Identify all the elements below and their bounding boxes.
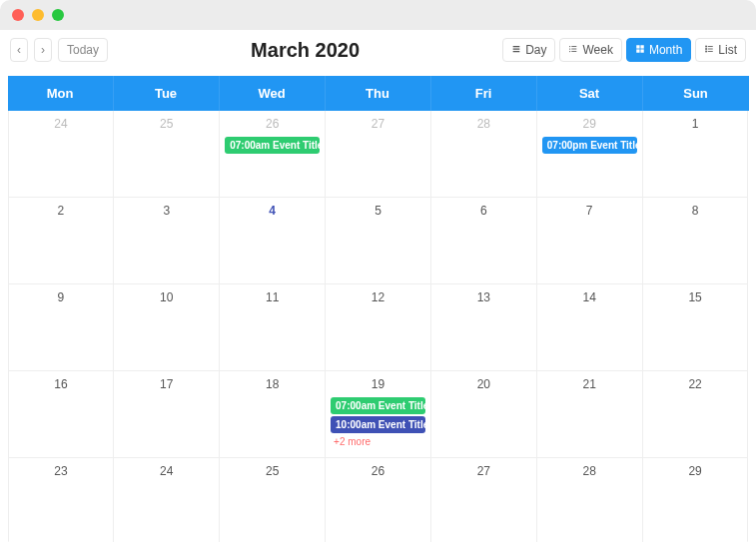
view-day-button[interactable]: Day <box>502 38 555 62</box>
grid-icon <box>635 44 645 56</box>
day-cell[interactable]: 28 <box>537 458 643 542</box>
day-cell[interactable]: 25 <box>220 458 326 542</box>
svg-point-5 <box>570 48 571 49</box>
day-cell[interactable]: 22 <box>643 371 749 458</box>
day-number: 24 <box>118 462 215 482</box>
today-button[interactable]: Today <box>58 38 108 62</box>
view-switcher: Day Week Month List <box>502 38 746 62</box>
day-cell[interactable]: 5 <box>326 198 431 284</box>
dayname-wed: Wed <box>220 76 326 111</box>
svg-rect-11 <box>636 49 639 52</box>
svg-rect-18 <box>708 51 713 52</box>
day-number: 13 <box>435 288 532 308</box>
day-cell[interactable]: 20 <box>431 371 537 458</box>
calendar-grid: Mon Tue Wed Thu Fri Sat Sun 24252607:00a… <box>8 76 749 542</box>
svg-rect-10 <box>640 45 643 48</box>
day-number: 1 <box>647 115 744 135</box>
app-window: ‹ › Today March 2020 Day Week Month <box>0 0 756 542</box>
view-list-button[interactable]: List <box>695 38 746 62</box>
calendar-event[interactable]: 10:00am Event Title M <box>331 416 425 433</box>
day-cell[interactable]: 4 <box>220 198 326 284</box>
list-bullets-icon <box>568 44 578 56</box>
prev-button[interactable]: ‹ <box>10 38 28 62</box>
day-number: 12 <box>330 288 426 308</box>
day-cell[interactable]: 27 <box>431 458 537 542</box>
day-number: 24 <box>13 115 110 135</box>
svg-rect-14 <box>708 46 713 47</box>
day-number: 27 <box>435 462 532 482</box>
more-events-link[interactable]: +2 more <box>330 435 426 448</box>
day-cell[interactable]: 1 <box>643 111 749 198</box>
day-number: 17 <box>118 375 215 395</box>
svg-rect-4 <box>572 46 577 47</box>
dayname-tue: Tue <box>114 76 220 111</box>
day-cell[interactable]: 28 <box>431 111 537 198</box>
view-week-label: Week <box>582 44 612 56</box>
day-cell[interactable]: 6 <box>431 198 537 284</box>
day-number: 28 <box>541 462 638 482</box>
day-number: 8 <box>647 202 744 222</box>
day-cell[interactable]: 29 <box>643 458 749 542</box>
day-cell[interactable]: 24 <box>114 458 220 542</box>
svg-rect-12 <box>640 49 643 52</box>
calendar-event[interactable]: 07:00am Event Title N <box>331 397 425 414</box>
day-cell[interactable]: 2907:00pm Event Title F <box>537 111 643 198</box>
view-month-label: Month <box>649 44 682 56</box>
day-cell[interactable]: 2607:00am Event Title F <box>220 111 326 198</box>
day-number: 27 <box>330 115 426 135</box>
calendar-event[interactable]: 07:00pm Event Title F <box>542 137 637 154</box>
day-number: 28 <box>435 115 532 135</box>
day-cell[interactable]: 15 <box>643 284 749 371</box>
svg-rect-9 <box>636 45 639 48</box>
day-number: 16 <box>13 375 110 395</box>
day-cell[interactable]: 21 <box>537 371 643 458</box>
view-month-button[interactable]: Month <box>626 38 691 62</box>
day-cell[interactable]: 25 <box>114 111 220 198</box>
day-cell[interactable]: 26 <box>326 458 431 542</box>
day-cell[interactable]: 18 <box>220 371 326 458</box>
day-cell[interactable]: 1907:00am Event Title N10:00am Event Tit… <box>326 371 431 458</box>
day-cell[interactable]: 7 <box>537 198 643 284</box>
toolbar-left-group: ‹ › Today <box>10 38 108 62</box>
dayname-sun: Sun <box>643 76 749 111</box>
svg-rect-17 <box>706 51 708 53</box>
day-number: 23 <box>13 462 110 482</box>
calendar-event[interactable]: 07:00am Event Title F <box>225 137 320 154</box>
day-cell[interactable]: 13 <box>431 284 537 371</box>
svg-rect-6 <box>572 49 577 50</box>
day-cell[interactable]: 14 <box>537 284 643 371</box>
day-cell[interactable]: 11 <box>220 284 326 371</box>
dayname-fri: Fri <box>431 76 537 111</box>
day-number: 26 <box>330 462 426 482</box>
day-number: 26 <box>224 115 321 135</box>
window-titlebar <box>0 0 756 30</box>
day-cell[interactable]: 8 <box>643 198 749 284</box>
day-cell[interactable]: 24 <box>9 111 115 198</box>
day-number: 4 <box>224 202 321 222</box>
day-cell[interactable]: 2 <box>9 198 115 284</box>
day-cell[interactable]: 12 <box>326 284 431 371</box>
view-day-label: Day <box>525 44 546 56</box>
view-week-button[interactable]: Week <box>559 38 621 62</box>
day-cell[interactable]: 23 <box>9 458 115 542</box>
day-number: 25 <box>224 462 321 482</box>
next-button[interactable]: › <box>34 38 52 62</box>
svg-rect-15 <box>706 48 708 50</box>
chevron-right-icon: › <box>41 44 45 56</box>
view-list-label: List <box>718 44 737 56</box>
day-number: 10 <box>118 288 215 308</box>
window-maximize-button[interactable] <box>52 9 64 21</box>
svg-point-7 <box>570 51 571 52</box>
window-close-button[interactable] <box>12 9 24 21</box>
day-cell[interactable]: 27 <box>326 111 431 198</box>
day-cell[interactable]: 16 <box>9 371 115 458</box>
day-number: 18 <box>224 375 321 395</box>
day-cell[interactable]: 17 <box>114 371 220 458</box>
window-minimize-button[interactable] <box>32 9 44 21</box>
calendar-toolbar: ‹ › Today March 2020 Day Week Month <box>0 30 756 70</box>
list-icon <box>511 44 521 56</box>
day-number: 5 <box>330 202 426 222</box>
day-cell[interactable]: 9 <box>9 284 115 371</box>
day-cell[interactable]: 10 <box>114 284 220 371</box>
day-cell[interactable]: 3 <box>114 198 220 284</box>
